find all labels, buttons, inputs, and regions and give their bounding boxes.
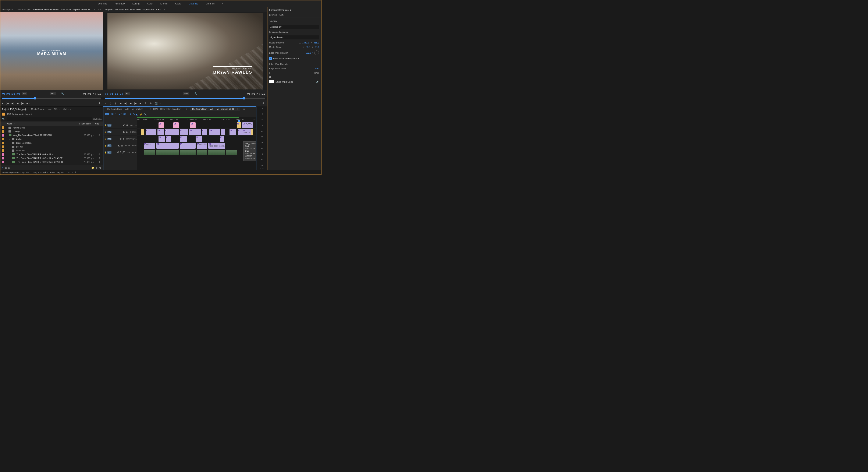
in-point-icon[interactable]: {◄ — [5, 101, 9, 105]
clip[interactable]: fx A003 — [144, 143, 155, 149]
program-scrubber[interactable] — [105, 97, 265, 100]
wrench-icon[interactable]: 🔧 — [144, 113, 147, 116]
proj-tab-effects[interactable]: Effects — [54, 108, 60, 111]
eg-menu-icon[interactable]: ≡ — [290, 9, 291, 11]
in-icon[interactable]: { — [108, 101, 112, 105]
bin-row[interactable]: ›For Mix — [0, 145, 103, 149]
step-fwd-icon[interactable]: |► — [21, 101, 25, 105]
clip[interactable]: fx — [180, 143, 195, 149]
ws-learning[interactable]: Learning — [96, 1, 109, 6]
ws-effects[interactable]: Effects — [159, 1, 169, 6]
playhead[interactable] — [239, 117, 239, 170]
audio-clip[interactable] — [180, 150, 195, 155]
track-header[interactable]: 🔒V2◐◉B-CAMERA — [103, 136, 137, 142]
bin-list[interactable]: ›Adobe Stock⌄**SEQsaaa_The Seam Btwn TRA… — [0, 126, 103, 165]
bin-row[interactable]: The Seam Btwn TRAILER w/ Graphics23.976 … — [0, 152, 103, 156]
eg-pos-x[interactable]: 1432.0 — [302, 41, 309, 44]
trash-icon[interactable]: 🗑 — [99, 167, 101, 169]
goto-out-icon[interactable]: ►| — [139, 101, 143, 105]
proj-tab-info[interactable]: Info — [48, 108, 52, 111]
step-back-icon[interactable]: ◄| — [10, 101, 14, 105]
step-back-icon[interactable]: ◄| — [124, 101, 127, 105]
track-header[interactable]: 🔒V1◐◉INTERTVIEW — [103, 142, 137, 149]
settings-icon[interactable]: ⚡ — [140, 113, 143, 116]
timeline-timecode[interactable]: 00:01:32:20 — [105, 112, 126, 116]
clip[interactable]: fx 01_Title_ — [242, 122, 253, 128]
clip[interactable]: fx — [190, 122, 195, 128]
ws-color[interactable]: Color — [145, 1, 154, 6]
marker-icon[interactable]: ▾ — [0, 101, 4, 105]
proj-tab-markers[interactable]: Markers — [63, 108, 70, 111]
source-tab-3[interactable]: Effe — [97, 8, 101, 11]
bin-row[interactable]: ›Audio — [0, 137, 103, 141]
program-tab[interactable]: Program: The Seam Btwn TRAILER w/ Graphi… — [105, 8, 161, 11]
source-tab-menu-icon[interactable]: ≡ — [94, 8, 95, 11]
add-btn-icon[interactable]: + — [261, 101, 265, 105]
bin-row[interactable]: aaa_The Seam Btwn TRAILER MASTER23.976 f… — [0, 134, 103, 137]
clip[interactable] — [221, 129, 225, 135]
clip[interactable]: fx — [146, 129, 156, 135]
clip[interactable]: fx — [209, 129, 220, 135]
new-item-icon[interactable]: 🗎 — [96, 167, 98, 169]
source-fit-select[interactable]: Fit — [22, 92, 27, 95]
source-scrubber[interactable] — [2, 97, 101, 100]
eg-falloff-width[interactable]: 600 — [315, 67, 319, 70]
clip[interactable] — [141, 129, 144, 135]
export-frame-icon[interactable]: 📷 — [154, 101, 158, 105]
program-timecode[interactable]: 00:01:32:20 — [105, 92, 123, 95]
tl-tab-0[interactable]: The Seam Btwn TRAILER w/ Graphics — [105, 108, 145, 111]
ws-editing[interactable]: Editing — [131, 1, 141, 6]
eg-job-title-input[interactable] — [269, 25, 319, 29]
clip[interactable]: fx — [173, 122, 179, 128]
bin-row[interactable]: The Seam Btwn TRAILER w/ Graphics CHANGE… — [0, 156, 103, 160]
audio-clip[interactable] — [226, 150, 237, 155]
program-fit-select[interactable]: Fit — [125, 92, 130, 95]
clip[interactable]: fx — [158, 136, 165, 142]
list-view-icon[interactable]: ≡ — [2, 167, 3, 169]
solo-button[interactable]: S — [262, 167, 264, 170]
source-tab-0[interactable]: 00402].mov — [2, 8, 13, 11]
clip[interactable]: fx — [180, 136, 187, 142]
col-framerate[interactable]: Frame Rate — [80, 123, 91, 125]
eg-falloff-checkbox[interactable] — [269, 57, 272, 60]
audio-clip[interactable] — [156, 150, 179, 155]
program-full-select[interactable]: Full — [183, 92, 189, 95]
icon-view-icon[interactable]: ▦ — [5, 167, 7, 169]
clip[interactable]: fx — [156, 143, 179, 149]
bin-row[interactable]: ›Color Correction — [0, 141, 103, 145]
goto-in-icon[interactable]: |◄ — [119, 101, 122, 105]
audio-clip[interactable] — [197, 150, 207, 155]
bin-row[interactable]: ⌄**SEQs — [0, 129, 103, 134]
clip[interactable]: fx — [165, 129, 179, 135]
wrench-icon[interactable]: 🔧 — [61, 92, 64, 95]
source-tab-2[interactable]: Reference: The Seam Btwn TRAILER w/ Grap… — [33, 8, 91, 11]
eg-pos-y[interactable]: 818.0 — [314, 41, 319, 44]
bin-row[interactable]: ›Adobe Stock — [0, 126, 103, 129]
tl-tab-1[interactable]: TSB TRAILER for Color - Meadow — [147, 108, 182, 111]
clip[interactable]: fx — [189, 129, 201, 135]
marker-icon[interactable]: ▾ — [103, 101, 107, 105]
eg-rotation-val[interactable]: 232.8 ° — [306, 52, 313, 54]
lift-icon[interactable]: ⬆ — [144, 101, 148, 105]
clip[interactable]: fx — [202, 129, 207, 135]
clip[interactable] — [251, 129, 253, 135]
track-header[interactable]: 🔒V3◐◉B-ROLL — [103, 129, 137, 136]
audio-clip[interactable] — [144, 150, 155, 155]
comparison-icon[interactable]: ▭ — [159, 101, 163, 105]
wrench-icon[interactable]: 🔧 — [194, 92, 197, 95]
tl-tab-menu-icon[interactable]: ≡ — [242, 108, 246, 111]
col-name[interactable]: Name — [7, 123, 12, 125]
play-icon[interactable]: ▶ — [129, 101, 132, 105]
program-menu-icon[interactable]: ≡ — [164, 8, 165, 11]
clip[interactable]: fx — [180, 129, 188, 135]
program-preview[interactable]: DIRECTED BY BRYAN RAWLES — [107, 13, 263, 89]
link-icon[interactable]: ⬡ — [133, 113, 135, 116]
play-icon[interactable]: ▶ — [16, 101, 20, 105]
clip[interactable]: fx — [238, 129, 242, 135]
ws-overflow-icon[interactable]: » — [221, 1, 225, 6]
eg-color-swatch[interactable] — [269, 80, 274, 83]
add-button-icon[interactable]: + — [97, 101, 101, 105]
solo-button[interactable]: S — [260, 167, 261, 170]
clip[interactable]: fx — [229, 129, 236, 135]
ws-assembly[interactable]: Assembly — [113, 1, 126, 6]
